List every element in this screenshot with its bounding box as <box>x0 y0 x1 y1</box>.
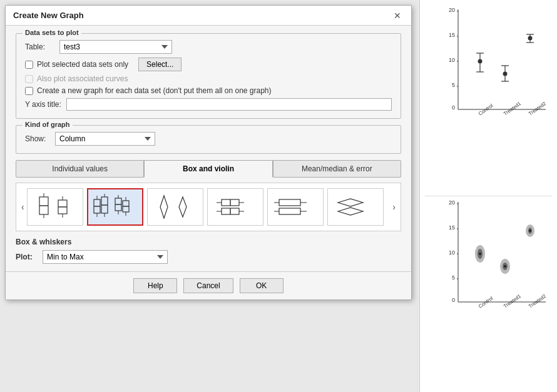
dialog-backdrop: Create New Graph ✕ Data sets to plot Tab… <box>0 0 419 392</box>
tab-mean-median[interactable]: Mean/median & error <box>273 160 401 178</box>
close-button[interactable]: ✕ <box>391 11 404 20</box>
svg-text:Treated2: Treated2 <box>528 293 548 309</box>
plot-selected-label: Plot selected data sets only <box>37 60 128 69</box>
svg-text:5: 5 <box>452 82 455 88</box>
cancel-button[interactable]: Cancel <box>183 278 233 293</box>
thumb-violin[interactable] <box>147 188 203 226</box>
svg-text:20: 20 <box>449 199 455 206</box>
svg-text:0: 0 <box>452 297 455 303</box>
top-chart-svg: 20 15 10 5 0 Contro <box>442 6 552 131</box>
svg-text:Treated1: Treated1 <box>503 293 523 309</box>
bw-section-title: Box & whiskers <box>16 238 401 246</box>
also-plot-row: Also plot associated curves <box>25 74 392 83</box>
svg-point-52 <box>478 59 483 64</box>
thumb-box-horizontal[interactable] <box>207 188 263 226</box>
dialog-body: Data sets to plot Table: test3 test1 tes… <box>6 26 411 271</box>
show-row: Show: Column Row Bar <box>25 132 392 146</box>
svg-text:5: 5 <box>452 274 455 281</box>
plot-dropdown[interactable]: Min to Max 5-95 percentile 1 SD SEM <box>43 250 168 264</box>
thumb-violin2-icon <box>330 191 381 223</box>
also-plot-label: Also plot associated curves <box>37 74 128 83</box>
tab-individual[interactable]: Individual values <box>16 160 144 178</box>
y-axis-label: Y axis title: <box>25 100 61 109</box>
svg-text:Treated1: Treated1 <box>503 101 523 117</box>
kind-section-label: Kind of graph <box>23 121 73 128</box>
thumbnails-container: ‹ <box>16 183 401 231</box>
thumb-box-horizontal2-icon <box>270 191 320 223</box>
thumb-box-grouped[interactable] <box>87 188 143 226</box>
thumb-arrow-right[interactable]: › <box>390 202 398 212</box>
y-axis-input[interactable] <box>66 98 392 111</box>
thumb-violin2[interactable] <box>327 188 384 226</box>
dialog: Create New Graph ✕ Data sets to plot Tab… <box>5 5 412 300</box>
dialog-title: Create New Graph <box>13 11 84 20</box>
svg-text:10: 10 <box>449 57 455 63</box>
thumb-box-grouped-icon <box>90 191 140 223</box>
show-label: Show: <box>25 134 50 143</box>
ok-button[interactable]: OK <box>240 278 284 293</box>
svg-rect-32 <box>279 199 300 206</box>
svg-text:20: 20 <box>449 7 455 13</box>
svg-rect-35 <box>279 208 300 214</box>
datasets-section: Data sets to plot Table: test3 test1 tes… <box>16 33 401 119</box>
svg-point-83 <box>529 229 531 232</box>
svg-text:Treated2: Treated2 <box>528 101 548 117</box>
table-label: Table: <box>25 43 59 51</box>
bottom-chart-svg: 20 15 10 5 0 Control Treated1 <box>442 199 552 324</box>
plot-selected-checkbox[interactable] <box>25 61 33 69</box>
also-plot-checkbox[interactable] <box>25 75 33 83</box>
chart-divider <box>425 196 552 196</box>
svg-point-56 <box>503 72 508 76</box>
bw-section: Box & whiskers Plot: Min to Max 5-95 per… <box>16 238 401 264</box>
right-panel: 20 15 10 5 0 Contro <box>419 0 557 392</box>
kind-section: Kind of graph Show: Column Row Bar <box>16 125 401 154</box>
tab-box-violin[interactable]: Box and violin <box>144 160 272 178</box>
bw-row: Plot: Min to Max 5-95 percentile 1 SD SE… <box>16 250 401 264</box>
svg-text:10: 10 <box>449 249 455 256</box>
datasets-section-label: Data sets to plot <box>23 29 81 36</box>
plot-label: Plot: <box>16 253 38 261</box>
svg-text:15: 15 <box>449 224 455 231</box>
dialog-footer: Help Cancel OK <box>6 271 411 299</box>
top-chart: 20 15 10 5 0 Contro <box>425 6 552 193</box>
svg-text:15: 15 <box>449 32 455 38</box>
dialog-titlebar: Create New Graph ✕ <box>6 6 411 26</box>
thumbnails-scroll <box>27 188 391 226</box>
create-new-checkbox[interactable] <box>25 87 33 95</box>
tabs-row: Individual values Box and violin Mean/me… <box>16 160 401 178</box>
create-new-label: Create a new graph for each data set (do… <box>37 86 272 95</box>
show-dropdown[interactable]: Column Row Bar <box>55 132 155 146</box>
table-dropdown[interactable]: test3 test1 test2 <box>59 40 172 54</box>
thumb-box-single[interactable] <box>27 188 83 226</box>
select-button[interactable]: Select... <box>138 58 181 71</box>
table-row: Table: test3 test1 test2 <box>25 40 392 54</box>
svg-text:0: 0 <box>452 104 455 111</box>
help-button[interactable]: Help <box>133 278 177 293</box>
y-axis-row: Y axis title: <box>25 98 392 111</box>
bottom-chart: 20 15 10 5 0 Control Treated1 <box>425 199 552 386</box>
thumb-box-single-icon <box>30 191 80 223</box>
thumb-box-horizontal2[interactable] <box>267 188 324 226</box>
svg-point-80 <box>504 265 506 268</box>
plot-selected-row: Plot selected data sets only Select... <box>25 58 392 71</box>
thumb-arrow-left[interactable]: ‹ <box>19 202 27 212</box>
svg-point-77 <box>479 253 481 255</box>
thumb-violin-icon <box>150 191 200 223</box>
thumb-box-horizontal-icon <box>210 191 260 223</box>
create-new-row: Create a new graph for each data set (do… <box>25 86 392 95</box>
svg-point-60 <box>528 36 533 41</box>
